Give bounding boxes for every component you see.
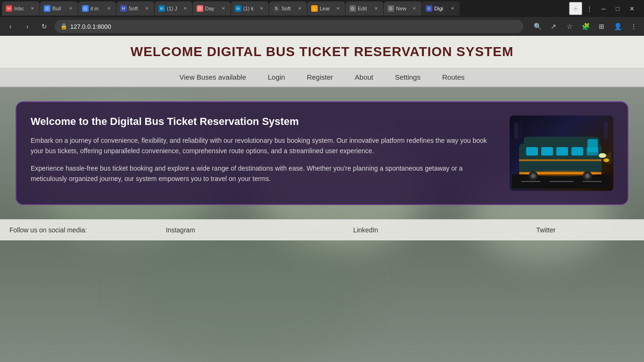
tab-close-icon[interactable]: ✕ [106,5,112,12]
tab-close-icon[interactable]: ✕ [335,5,341,12]
tab-label: Edit [358,6,371,11]
site-title: WELCOME DIGITAL BUS TICKET RESERVATION S… [9,44,635,59]
tab-label: (1) k [243,6,256,11]
tab-label: (1) J [167,6,180,11]
browser-chrome: M Inbc ✕ G Buil ✕ G it in ✕ H Soft ✕ in … [0,0,644,36]
tab-tab-3[interactable]: G it in ✕ [78,1,116,16]
tab-favicon: ⊙ [388,5,394,12]
welcome-paragraph-2: Experience hassle-free bus ticket bookin… [31,163,500,184]
share-button[interactable]: ↗ [547,20,560,33]
nav-item-settings[interactable]: Settings [391,73,424,82]
window-controls: ⋮ ─ □ ✕ [583,2,642,15]
tab-label: Lear [320,6,333,11]
tab-bar: M Inbc ✕ G Buil ✕ G it in ✕ H Soft ✕ in … [0,0,644,17]
social-link-twitter[interactable]: Twitter [536,226,555,234]
site-footer: Follow us on social media: InstagramLink… [0,219,644,240]
welcome-card: Welcome to the Digital Bus Ticket Reserv… [16,101,628,205]
tab-close-icon[interactable]: ✕ [29,5,36,12]
tab-tab-2[interactable]: G Buil ✕ [40,1,78,16]
tab-tab-9[interactable]: L Lear ✕ [307,1,345,16]
svg-rect-25 [514,123,518,139]
nav-link[interactable]: View Buses available [176,71,250,83]
welcome-paragraph-1: Embark on a journey of convenience, flex… [31,135,500,156]
tab-favicon: M [6,5,12,12]
maximize-button[interactable]: □ [611,2,624,15]
bus-svg [510,115,613,191]
tab-label: it in [91,6,104,11]
minimize-button[interactable]: ─ [597,2,610,15]
page-wrapper: WELCOME DIGITAL BUS TICKET RESERVATION S… [0,36,644,362]
nav-link[interactable]: Register [303,71,337,83]
tab-tab-7[interactable]: in (1) k ✕ [231,1,269,16]
tab-close-icon[interactable]: ✕ [411,5,418,12]
svg-rect-7 [526,147,538,156]
tab-close-icon[interactable]: ✕ [373,5,380,12]
svg-point-21 [599,153,606,158]
more-tabs-button[interactable]: ⋮ [583,2,596,15]
tab-label: Day [205,6,218,11]
profile-button[interactable]: 👤 [611,20,624,33]
nav-link[interactable]: Routes [438,71,469,83]
social-media-label: Follow us on social media: [9,226,87,234]
tab-close-icon[interactable]: ✕ [297,5,303,12]
tab-favicon: S [273,5,280,12]
tab-close-icon[interactable]: ✕ [144,5,150,12]
back-button[interactable]: ‹ [4,20,17,33]
nav-link[interactable]: Login [264,71,289,83]
site-nav: View Buses availableLoginRegisterAboutSe… [0,68,644,87]
svg-point-20 [586,174,589,177]
svg-rect-26 [520,120,522,139]
tab-tab-5[interactable]: in (1) J ✕ [155,1,192,16]
tab-tab-12[interactable]: ⊙ Digi ✕ [422,1,460,16]
svg-rect-24 [519,159,602,161]
address-input[interactable]: 🔒 127.0.0.1:8000 [55,20,523,33]
main-content: Welcome to the Digital Bus Ticket Reserv… [0,87,644,219]
tab-tab-1[interactable]: M Inbc ✕ [2,1,40,16]
tab-tab-6[interactable]: D Day ✕ [193,1,231,16]
nav-item-register[interactable]: Register [303,73,337,82]
tab-favicon: G [44,5,50,12]
tab-favicon: ⊙ [426,5,432,12]
nav-item-routes[interactable]: Routes [438,73,469,82]
tab-close-icon[interactable]: ✕ [182,5,189,12]
tab-close-icon[interactable]: ✕ [449,5,456,12]
forward-button[interactable]: › [21,20,34,33]
social-links: InstagramLinkedInTwitter [87,226,635,234]
tab-favicon: in [235,5,241,12]
svg-rect-10 [571,147,583,156]
tab-label: Soft [281,6,295,11]
nav-item-about[interactable]: About [351,73,377,82]
svg-marker-23 [606,141,611,170]
tab-tab-11[interactable]: ⊙ New ✕ [384,1,421,16]
address-bar: ‹ › ↻ 🔒 127.0.0.1:8000 🔍 ↗ ☆ 🧩 ⊞ 👤 ⋮ [0,17,644,36]
new-tab-button[interactable]: ＋ [569,2,582,15]
split-view-button[interactable]: ⊞ [595,20,608,33]
zoom-button[interactable]: 🔍 [531,20,544,33]
extensions-button[interactable]: 🧩 [579,20,592,33]
menu-button[interactable]: ⋮ [627,20,640,33]
page-content: WELCOME DIGITAL BUS TICKET RESERVATION S… [0,36,644,240]
tab-close-icon[interactable]: ✕ [67,5,74,12]
nav-link[interactable]: About [351,71,377,83]
nav-link[interactable]: Settings [391,71,424,83]
tab-tab-10[interactable]: ⊙ Edit ✕ [346,1,383,16]
tab-close-icon[interactable]: ✕ [258,5,265,12]
svg-point-17 [532,174,535,177]
tab-favicon: in [158,5,165,12]
social-link-instagram[interactable]: Instagram [166,226,195,234]
nav-list: View Buses availableLoginRegisterAboutSe… [0,68,644,86]
tab-tab-4[interactable]: H Soft ✕ [116,1,154,16]
nav-item-login[interactable]: Login [264,73,289,82]
bookmark-button[interactable]: ☆ [563,20,576,33]
close-button[interactable]: ✕ [625,2,638,15]
tab-close-icon[interactable]: ✕ [220,5,227,12]
bus-image [510,115,613,191]
tab-favicon: G [82,5,89,12]
welcome-text: Welcome to the Digital Bus Ticket Reserv… [31,115,500,191]
reload-button[interactable]: ↻ [38,20,51,33]
tab-tab-8[interactable]: S Soft ✕ [269,1,307,16]
tab-favicon: D [197,5,203,12]
social-link-linkedin[interactable]: LinkedIn [353,226,378,234]
url-display: 127.0.0.1:8000 [70,23,111,30]
nav-item-view-buses-available[interactable]: View Buses available [176,73,250,82]
